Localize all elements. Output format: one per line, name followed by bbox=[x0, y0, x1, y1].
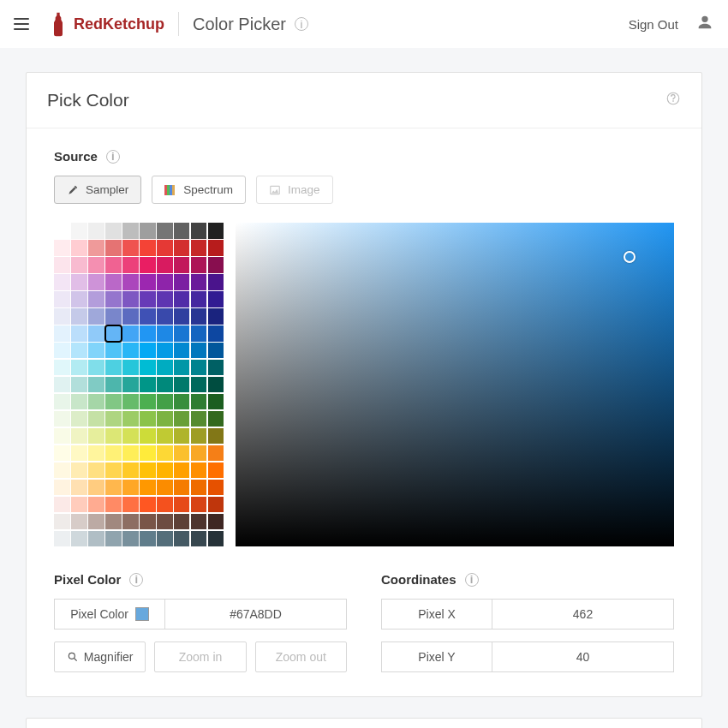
swatch[interactable] bbox=[157, 291, 173, 307]
swatch[interactable] bbox=[174, 377, 190, 393]
swatch[interactable] bbox=[157, 462, 173, 479]
swatch[interactable] bbox=[174, 257, 190, 273]
swatch[interactable] bbox=[157, 360, 173, 376]
swatch[interactable] bbox=[157, 497, 173, 513]
swatch[interactable] bbox=[140, 325, 156, 342]
swatch[interactable] bbox=[174, 445, 190, 462]
swatch[interactable] bbox=[71, 257, 87, 273]
swatch[interactable] bbox=[174, 462, 190, 479]
swatch[interactable] bbox=[157, 240, 173, 256]
swatch[interactable] bbox=[174, 480, 190, 496]
swatch[interactable] bbox=[140, 360, 156, 376]
swatch[interactable] bbox=[54, 240, 70, 256]
swatch[interactable] bbox=[191, 394, 207, 410]
pixel-x-value[interactable]: 462 bbox=[492, 599, 674, 630]
swatch[interactable] bbox=[140, 291, 156, 307]
swatch[interactable] bbox=[157, 411, 173, 427]
swatch[interactable] bbox=[71, 428, 87, 445]
magnifier-button[interactable]: Magnifier bbox=[54, 641, 146, 672]
swatch[interactable] bbox=[208, 223, 224, 239]
swatch[interactable] bbox=[191, 343, 207, 359]
swatch[interactable] bbox=[191, 497, 207, 513]
swatch[interactable] bbox=[208, 360, 224, 376]
swatch[interactable] bbox=[88, 377, 104, 393]
swatch[interactable] bbox=[174, 223, 190, 239]
swatch[interactable] bbox=[88, 462, 104, 479]
swatch[interactable] bbox=[88, 514, 104, 530]
swatch[interactable] bbox=[105, 411, 122, 427]
swatch[interactable] bbox=[140, 514, 156, 530]
swatch[interactable] bbox=[191, 411, 207, 427]
swatch[interactable] bbox=[54, 377, 70, 393]
swatch[interactable] bbox=[105, 257, 122, 273]
color-swatches[interactable] bbox=[54, 223, 224, 546]
swatch[interactable] bbox=[140, 480, 156, 496]
swatch[interactable] bbox=[71, 240, 87, 256]
swatch[interactable] bbox=[122, 377, 139, 393]
swatch[interactable] bbox=[105, 531, 122, 547]
swatch[interactable] bbox=[157, 514, 173, 530]
swatch[interactable] bbox=[208, 445, 224, 462]
swatch[interactable] bbox=[105, 497, 122, 513]
swatch[interactable] bbox=[122, 360, 139, 376]
swatch[interactable] bbox=[71, 462, 87, 479]
swatch[interactable] bbox=[157, 257, 173, 273]
swatch[interactable] bbox=[54, 360, 70, 376]
swatch[interactable] bbox=[208, 343, 224, 359]
swatch[interactable] bbox=[71, 325, 87, 342]
swatch[interactable] bbox=[88, 325, 104, 342]
swatch[interactable] bbox=[71, 531, 87, 547]
swatch[interactable] bbox=[191, 360, 207, 376]
swatch[interactable] bbox=[174, 411, 190, 427]
swatch[interactable] bbox=[122, 291, 139, 307]
swatch[interactable] bbox=[122, 428, 139, 445]
swatch[interactable] bbox=[105, 274, 122, 290]
sign-out-link[interactable]: Sign Out bbox=[629, 17, 678, 32]
swatch[interactable] bbox=[71, 394, 87, 410]
swatch[interactable] bbox=[54, 274, 70, 290]
swatch[interactable] bbox=[71, 514, 87, 530]
swatch[interactable] bbox=[54, 325, 70, 342]
swatch[interactable] bbox=[54, 223, 70, 239]
spectrum-button[interactable]: Spectrum bbox=[152, 176, 246, 204]
swatch[interactable] bbox=[88, 411, 104, 427]
swatch[interactable] bbox=[140, 240, 156, 256]
user-icon[interactable] bbox=[695, 13, 714, 35]
swatch[interactable] bbox=[71, 223, 87, 239]
swatch[interactable] bbox=[208, 514, 224, 530]
swatch[interactable] bbox=[208, 274, 224, 290]
swatch[interactable] bbox=[71, 308, 87, 325]
swatch[interactable] bbox=[122, 445, 139, 462]
swatch[interactable] bbox=[191, 308, 207, 325]
swatch[interactable] bbox=[88, 223, 104, 239]
swatch[interactable] bbox=[174, 291, 190, 307]
swatch[interactable] bbox=[88, 360, 104, 376]
swatch[interactable] bbox=[140, 223, 156, 239]
swatch[interactable] bbox=[191, 445, 207, 462]
swatch[interactable] bbox=[208, 497, 224, 513]
swatch[interactable] bbox=[122, 514, 139, 530]
swatch[interactable] bbox=[105, 514, 122, 530]
swatch[interactable] bbox=[191, 325, 207, 342]
swatch[interactable] bbox=[140, 274, 156, 290]
swatch[interactable] bbox=[54, 394, 70, 410]
swatch[interactable] bbox=[54, 462, 70, 479]
swatch[interactable] bbox=[157, 274, 173, 290]
swatch[interactable] bbox=[54, 480, 70, 496]
swatch[interactable] bbox=[140, 531, 156, 547]
help-icon[interactable] bbox=[665, 91, 681, 110]
swatch[interactable] bbox=[71, 445, 87, 462]
swatch[interactable] bbox=[122, 394, 139, 410]
swatch[interactable] bbox=[122, 531, 139, 547]
swatch[interactable] bbox=[122, 480, 139, 496]
swatch[interactable] bbox=[71, 360, 87, 376]
swatch[interactable] bbox=[122, 411, 139, 427]
swatch[interactable] bbox=[174, 497, 190, 513]
swatch[interactable] bbox=[122, 462, 139, 479]
swatch[interactable] bbox=[88, 257, 104, 273]
swatch[interactable] bbox=[140, 257, 156, 273]
swatch[interactable] bbox=[157, 325, 173, 342]
swatch[interactable] bbox=[208, 411, 224, 427]
swatch[interactable] bbox=[88, 291, 104, 307]
swatch[interactable] bbox=[208, 531, 224, 547]
